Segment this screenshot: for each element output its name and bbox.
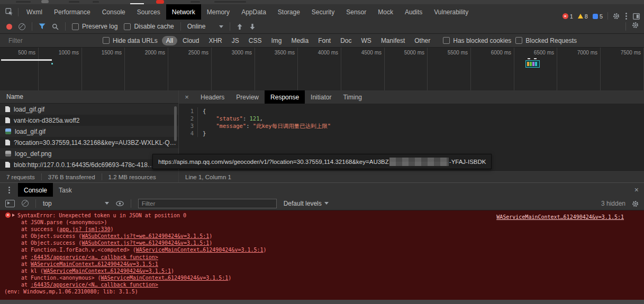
has-blocked-cookies-toggle[interactable]: Has blocked cookies xyxy=(443,37,511,44)
tab-network[interactable]: Network xyxy=(166,4,201,20)
response-tab-headers[interactable]: Headers xyxy=(195,90,230,104)
console-settings-gear-icon[interactable] xyxy=(632,200,639,207)
tab-appdata[interactable]: AppData xyxy=(235,4,272,20)
stack-text: ) xyxy=(264,247,267,253)
stack-link[interactable]: WASubContext.js?t=we…612490424&v=3.1.5:1 xyxy=(81,240,209,246)
record-button[interactable] xyxy=(6,24,12,30)
error-badge[interactable]: ×1 xyxy=(563,13,573,20)
tab-performance[interactable]: Performance xyxy=(48,4,96,20)
filter-pill-xhr[interactable]: XHR xyxy=(204,36,226,45)
network-overview-timeline[interactable]: 500 ms1000 ms1500 ms2000 ms2500 ms3000 m… xyxy=(0,48,644,91)
stack-link[interactable]: WASubContext.js?t=we…612490424&v=3.1.5:1 xyxy=(81,233,209,239)
tab-vulnerability[interactable]: Vulnerability xyxy=(428,4,474,20)
filter-funnel-icon[interactable] xyxy=(39,23,46,30)
table-row[interactable]: ?location=30.37559,114.32168&key=AU3BZ-W… xyxy=(0,137,178,148)
request-list-scrollbar[interactable] xyxy=(174,106,177,141)
hide-data-urls-checkbox[interactable] xyxy=(103,37,110,44)
inspect-element-icon[interactable] xyxy=(0,4,18,20)
code-text: } xyxy=(198,130,206,137)
tab-storage[interactable]: Storage xyxy=(272,4,306,20)
blocked-requests-checkbox[interactable] xyxy=(515,37,522,44)
tab-sensor[interactable]: Sensor xyxy=(340,4,372,20)
response-tab-initiator[interactable]: Initiator xyxy=(305,90,337,104)
tab-memory[interactable]: Memory xyxy=(201,4,235,20)
stack-link[interactable]: WAServiceMainContext…612490424&v=3.1.5:1 xyxy=(43,268,171,274)
tab-security[interactable]: Security xyxy=(306,4,340,20)
blocked-requests-toggle[interactable]: Blocked Requests xyxy=(515,37,577,44)
response-tab-timing[interactable]: Timing xyxy=(337,90,368,104)
execution-context-dropdown[interactable]: top xyxy=(43,200,109,207)
tab-wxml[interactable]: Wxml xyxy=(21,4,48,20)
drawer-tab-task[interactable]: Task xyxy=(53,183,78,197)
request-list-header[interactable]: Name xyxy=(0,90,178,104)
table-row[interactable]: logo_def.png xyxy=(0,148,178,159)
console-error-message[interactable]: ×SyntaxError: Unexpected token u in JSON… xyxy=(0,212,644,219)
console-messages[interactable]: ×SyntaxError: Unexpected token u in JSON… xyxy=(0,210,644,300)
table-row[interactable]: load_gif.gif xyxy=(0,104,178,115)
tab-console[interactable]: Console xyxy=(96,4,131,20)
table-row[interactable]: vant-icon-d3825a.woff2 xyxy=(0,115,178,126)
console-filter-input[interactable] xyxy=(138,199,277,208)
stack-text: at Function.I.forEach.v.<computed> ( xyxy=(21,247,136,253)
filter-pill-doc[interactable]: Doc xyxy=(336,36,356,45)
filter-pill-ws[interactable]: WS xyxy=(357,36,376,45)
has-blocked-cookies-checkbox[interactable] xyxy=(443,37,450,44)
tab-mock[interactable]: Mock xyxy=(372,4,399,20)
preserve-log-checkbox[interactable] xyxy=(72,23,79,30)
clear-console-icon[interactable] xyxy=(22,200,29,207)
stack-link[interactable]: app.js? [sm]:330 xyxy=(59,226,110,232)
import-har-icon[interactable] xyxy=(237,23,243,30)
dock-side-icon[interactable] xyxy=(633,13,640,20)
table-row[interactable]: load_gif.gif xyxy=(0,126,178,137)
disable-cache-checkbox[interactable] xyxy=(124,23,131,30)
stack-frame: at Function.<anonymous> (WAServiceMainCo… xyxy=(0,274,644,281)
response-tab-response[interactable]: Response xyxy=(265,90,305,104)
stack-link[interactable]: :64435/appservice/<N… callback function> xyxy=(31,282,158,288)
more-options-icon[interactable] xyxy=(624,13,628,20)
drawer-tab-console[interactable]: Console xyxy=(18,183,53,197)
close-icon[interactable]: × xyxy=(179,90,195,104)
preserve-log-toggle[interactable]: Preserve log xyxy=(72,23,117,30)
eye-icon[interactable] xyxy=(116,201,124,206)
timeline-tick-label: 4500 ms xyxy=(343,50,382,56)
drawer-close-icon[interactable]: × xyxy=(634,182,639,197)
stack-text: at Object.success ( xyxy=(21,240,81,246)
filter-pill-js[interactable]: JS xyxy=(228,36,243,45)
drawer-bottom-scrollbar[interactable] xyxy=(0,300,644,304)
tab-audits[interactable]: Audits xyxy=(399,4,428,20)
filter-pill-img[interactable]: Img xyxy=(267,36,286,45)
table-row[interactable]: blob:http://127.0.0.1:64435/6dc69693-478… xyxy=(0,159,178,170)
filter-pill-manifest[interactable]: Manifest xyxy=(377,36,409,45)
filter-pill-css[interactable]: CSS xyxy=(244,36,266,45)
expand-caret-icon[interactable] xyxy=(12,214,15,217)
stack-link[interactable]: WAServiceMainContext…612490424&v=3.1.5:1 xyxy=(31,261,158,267)
export-har-icon[interactable] xyxy=(249,23,256,30)
disable-cache-toggle[interactable]: Disable cache xyxy=(124,23,174,30)
tab-sources[interactable]: Sources xyxy=(131,4,166,20)
filter-pill-other[interactable]: Other xyxy=(410,36,434,45)
code-token: } xyxy=(203,130,206,136)
filter-pill-font[interactable]: Font xyxy=(314,36,335,45)
filter-pill-media[interactable]: Media xyxy=(287,36,313,45)
network-filter-input[interactable] xyxy=(7,36,89,45)
error-source-link[interactable]: WAServiceMainContext…612490424&v=3.1.5:1 xyxy=(496,214,624,220)
log-levels-dropdown[interactable]: Default levels xyxy=(284,200,329,207)
stack-link[interactable]: WAServiceMainContext…612490424&v=3.1.5:1 xyxy=(101,275,229,281)
clear-icon[interactable] xyxy=(19,23,25,30)
stack-text: ) xyxy=(209,233,212,239)
console-sidebar-toggle-icon[interactable] xyxy=(5,200,15,207)
throttling-dropdown[interactable]: Online xyxy=(187,23,224,30)
search-icon[interactable] xyxy=(52,23,59,30)
hide-data-urls-toggle[interactable]: Hide data URLs xyxy=(103,37,158,44)
timeline-gridline xyxy=(600,48,601,90)
response-tab-preview[interactable]: Preview xyxy=(230,90,265,104)
drawer-menu-icon[interactable] xyxy=(0,183,18,197)
filter-pill-cloud[interactable]: Cloud xyxy=(178,36,203,45)
stack-link[interactable]: :64435/appservice/<a… callback function> xyxy=(31,254,158,260)
warning-badge[interactable]: 8 xyxy=(578,13,588,20)
network-settings-gear-icon[interactable] xyxy=(632,22,639,29)
info-badge[interactable]: 5 xyxy=(593,13,603,20)
filter-pill-all[interactable]: All xyxy=(162,36,177,45)
settings-gear-icon[interactable] xyxy=(613,13,620,20)
stack-link[interactable]: WAServiceMainContext…612490424&v=3.1.5:1 xyxy=(136,247,264,253)
